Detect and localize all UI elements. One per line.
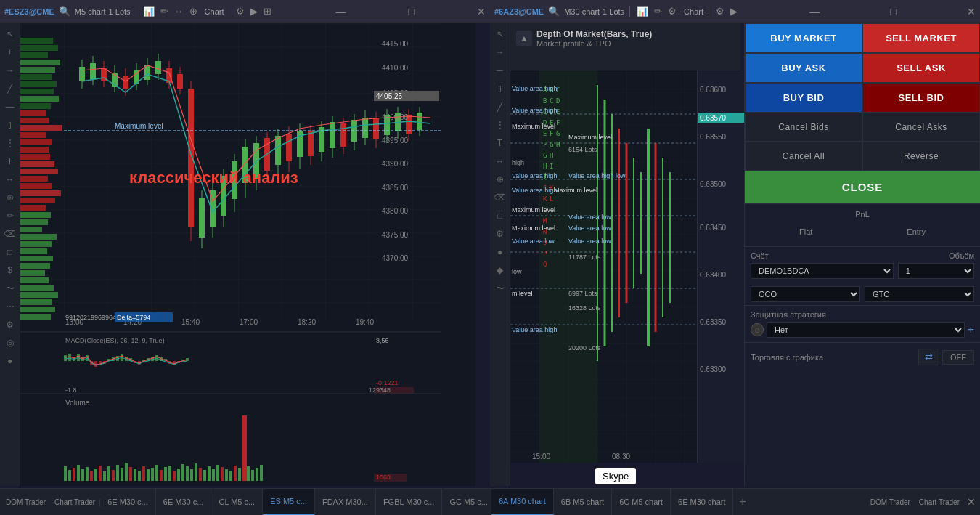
left-lots[interactable]: 1 Lots [109, 7, 131, 16]
svg-rect-89 [340, 123, 346, 147]
dom-text-tool[interactable]: T [492, 135, 508, 151]
left-draw-icon[interactable]: ✏ [159, 6, 170, 17]
reverse-button[interactable]: Reverse [862, 142, 980, 171]
add-tab-right-button[interactable]: + [733, 495, 751, 508]
left-measure-icon[interactable]: ↔ [173, 6, 185, 17]
svg-text:6154 Lots: 6154 Lots [568, 146, 597, 153]
cancel-bids-button[interactable]: Cancel Bids [745, 113, 862, 142]
sell-ask-button[interactable]: SELL ASK [862, 53, 980, 83]
brush-tool[interactable]: ✏ [2, 208, 18, 224]
dom-cursor-tool[interactable]: ↖ [492, 26, 508, 42]
left-indicator-icon[interactable]: ⚙ [234, 6, 246, 17]
tab-es-m5[interactable]: ES M5 c... [263, 489, 315, 516]
svg-rect-63 [199, 198, 205, 238]
dom-eraser-tool[interactable]: ⌫ [492, 190, 508, 206]
arrow-tool[interactable]: → [2, 62, 18, 78]
left-timeframe[interactable]: M5 chart [75, 7, 106, 16]
settings-tool[interactable]: ⚙ [2, 317, 18, 333]
shape-tool[interactable]: □ [2, 244, 18, 260]
cancel-all-button[interactable]: Cancel All [745, 142, 862, 171]
left-layout-icon[interactable]: ⊞ [262, 6, 273, 17]
right-lots[interactable]: 1 Lots [603, 7, 624, 16]
protection-select[interactable]: Нет [767, 322, 965, 338]
magnet-tool[interactable]: ◎ [2, 335, 18, 351]
dom-fib-tool[interactable]: ⋮ [492, 117, 508, 133]
left-close-icon[interactable]: ✕ [477, 6, 486, 17]
left-replay-icon[interactable]: ▶ [249, 6, 259, 17]
add-protection-button[interactable]: + [968, 323, 974, 336]
left-chart-type-icon[interactable]: 📊 [142, 6, 156, 17]
right-chart-type-icon[interactable]: 📊 [635, 6, 650, 17]
volume-select[interactable]: 1 [898, 263, 974, 279]
tab-fgbl-m30[interactable]: FGBL M30 c... [376, 489, 443, 516]
dom-circle-tool[interactable]: ● [492, 244, 508, 260]
right-search-icon[interactable]: 🔍 [547, 6, 561, 17]
tab-6e-m30-1[interactable]: 6E M30 c... [100, 489, 156, 516]
tab-cl-m5[interactable]: CL M5 c... [211, 489, 263, 516]
zoom-tool[interactable]: ⊕ [2, 190, 18, 206]
crosshair-tool[interactable]: + [2, 44, 18, 60]
buy-market-button[interactable]: BUY MARKET [745, 23, 862, 53]
left-search-icon[interactable]: 🔍 [57, 6, 72, 17]
svg-text:-1.8: -1.8 [65, 386, 77, 394]
right-replay-icon[interactable]: ▶ [729, 6, 739, 17]
dom-hline-tool[interactable]: ⫿ [492, 81, 508, 97]
svg-rect-61 [188, 89, 194, 227]
account-select[interactable]: DEMO1BDCA [751, 263, 894, 279]
tab-fdax-m30[interactable]: FDAX M30... [315, 489, 376, 516]
sell-bid-button[interactable]: SELL BID [862, 83, 980, 113]
right-maximize[interactable]: □ [890, 6, 896, 17]
cancel-asks-button[interactable]: Cancel Asks [862, 113, 980, 142]
tab-6b-m5[interactable]: 6B M5 chart [554, 489, 612, 516]
dom-diamond-tool[interactable]: ◆ [492, 262, 508, 278]
left-zoom-icon[interactable]: ⊕ [188, 6, 199, 17]
right-timeframe[interactable]: M30 chart [564, 7, 600, 16]
price-tool[interactable]: $ [2, 262, 18, 278]
left-minimize[interactable]: — [336, 6, 346, 17]
left-maximize[interactable]: □ [409, 6, 415, 17]
trade-chart-off-button[interactable]: OFF [942, 350, 974, 365]
hline-tool[interactable]: — [2, 99, 18, 115]
buy-ask-button[interactable]: BUY ASK [745, 53, 862, 83]
dom-settings-tool[interactable]: ⚙ [492, 226, 508, 242]
svg-rect-185 [142, 466, 145, 481]
tab-6c-m5[interactable]: 6C M5 chart [612, 489, 671, 516]
tab-6a-m30[interactable]: 6A M30 chart [491, 489, 554, 516]
cursor-tool[interactable]: ↖ [2, 26, 18, 42]
right-indicator-icon[interactable]: ⚙ [714, 6, 726, 17]
dom-shape-tool[interactable]: □ [492, 208, 508, 224]
gtc-select[interactable]: GTC [865, 286, 974, 302]
tab-6e-m30-right[interactable]: 6E M30 chart [671, 489, 733, 516]
fib-tool[interactable]: ⋮ [2, 135, 18, 151]
svg-rect-93 [362, 118, 368, 138]
close-button[interactable]: CLOSE [745, 171, 980, 203]
text-tool[interactable]: T [2, 153, 18, 169]
circle-tool[interactable]: ● [2, 353, 18, 369]
dom-channel-tool[interactable]: ╱ [492, 99, 508, 115]
right-minimize[interactable]: — [809, 6, 820, 17]
channel-tool[interactable]: ⫿ [2, 117, 18, 133]
dom-arrow-tool[interactable]: → [492, 44, 508, 60]
right-settings-icon[interactable]: ⚙ [666, 6, 678, 17]
right-close-tab[interactable]: ✕ [964, 496, 979, 508]
wave-tool[interactable]: 〜 [2, 280, 18, 296]
oco-select[interactable]: OCO [751, 286, 860, 302]
dom-line-tool[interactable]: ─ [492, 62, 508, 78]
right-draw-icon[interactable]: ✏ [653, 6, 663, 17]
trade-chart-arrows-button[interactable]: ⇄ [918, 349, 939, 365]
tab-gc-m5[interactable]: GC M5 c... [442, 489, 490, 516]
dom-wave-tool[interactable]: 〜 [492, 280, 508, 296]
eraser-tool[interactable]: ⌫ [2, 226, 18, 242]
dom-measure-tool[interactable]: ↔ [492, 153, 508, 169]
buy-bid-button[interactable]: BUY BID [745, 83, 862, 113]
right-close-icon[interactable]: ✕ [967, 6, 976, 17]
sell-market-button[interactable]: SELL MARKET [862, 23, 980, 53]
line-tool[interactable]: ╱ [2, 81, 18, 97]
dom-collapse-btn[interactable]: ▲ [516, 31, 532, 46]
dom-zoom-tool[interactable]: ⊕ [492, 171, 508, 187]
more-tool[interactable]: ⋯ [2, 299, 18, 315]
svg-rect-10 [20, 103, 51, 109]
measure-tool[interactable]: ↔ [2, 171, 18, 187]
tab-6e-m30-2[interactable]: 6E M30 c... [156, 489, 212, 516]
svg-text:Value area high: Value area high [512, 187, 557, 194]
